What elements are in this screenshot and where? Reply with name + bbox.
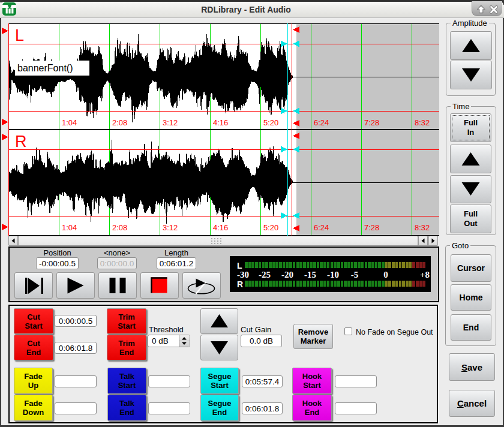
svg-text:0: 0: [383, 270, 388, 279]
svg-text:R: R: [237, 279, 243, 289]
svg-text:-30: -30: [237, 270, 249, 279]
svg-text:+8: +8: [420, 270, 430, 279]
svg-text:-25: -25: [259, 270, 271, 279]
svg-text:L: L: [237, 261, 242, 270]
svg-text:-10: -10: [327, 270, 339, 279]
svg-text:-5: -5: [351, 270, 359, 279]
svg-text:-20: -20: [281, 270, 293, 279]
svg-text:-15: -15: [304, 270, 316, 279]
